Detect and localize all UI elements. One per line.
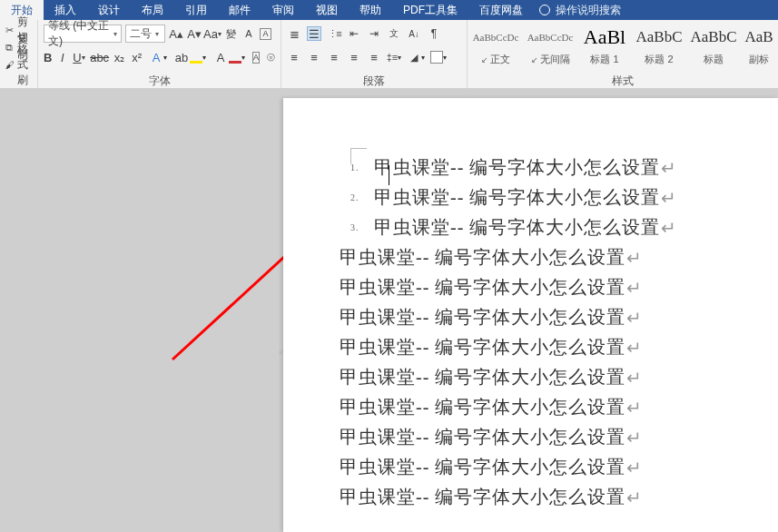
show-hide-marks-button[interactable] xyxy=(427,26,441,41)
style-preview: AaB xyxy=(745,25,773,49)
list-text: 甲虫课堂-- 编号字体大小怎么设置 xyxy=(374,185,660,210)
line-text: 甲虫课堂-- 编号字体大小怎么设置 xyxy=(340,275,625,300)
style-normal[interactable]: AaBbCcDc ↙正文 xyxy=(473,25,518,66)
tab-references[interactable]: 引用 xyxy=(174,0,218,20)
character-border-button[interactable]: ⦾ xyxy=(267,50,275,64)
return-mark-icon: ↵ xyxy=(626,487,643,508)
font-name-combo[interactable]: 等线 (中文正文)▾ xyxy=(44,25,122,43)
tab-review[interactable]: 审阅 xyxy=(261,0,305,20)
multilevel-list-button[interactable] xyxy=(327,26,341,41)
paragraph-line[interactable]: 甲虫课堂-- 编号字体大小怎么设置↵ xyxy=(340,242,778,272)
font-size-combo[interactable]: 二号▾ xyxy=(125,25,165,43)
highlight-color-button[interactable]: ab▾ xyxy=(174,50,206,64)
strikethrough-button[interactable]: abc xyxy=(93,50,107,64)
style-no-spacing[interactable]: AaBbCcDc ↙无间隔 xyxy=(527,25,573,66)
italic-button[interactable]: I xyxy=(59,50,65,64)
tell-me-search[interactable]: 操作说明搜索 xyxy=(539,3,621,18)
align-left-button[interactable] xyxy=(287,50,301,64)
brush-icon xyxy=(5,58,15,71)
paragraph-line[interactable]: 甲虫课堂-- 编号字体大小怎么设置↵ xyxy=(340,482,778,512)
return-mark-icon: ↵ xyxy=(661,187,677,209)
line-text: 甲虫课堂-- 编号字体大小怎么设置 xyxy=(340,485,625,509)
clear-formatting-button[interactable]: A xyxy=(241,26,256,41)
format-painter-button[interactable]: 格式刷 xyxy=(5,56,32,73)
style-name: 标题 1 xyxy=(582,53,627,66)
style-preview: AaBbC xyxy=(636,25,682,49)
character-shading-button[interactable]: A xyxy=(252,52,260,64)
enclose-characters-button[interactable]: A xyxy=(260,28,271,40)
line-text: 甲虫课堂-- 编号字体大小怎么设置 xyxy=(340,365,625,389)
bullets-button[interactable] xyxy=(287,26,301,41)
list-number: 3. xyxy=(350,222,359,232)
style-heading2[interactable]: AaBbC 标题 2 xyxy=(636,25,682,66)
tab-baidu-netdisk[interactable]: 百度网盘 xyxy=(468,0,534,20)
numbering-button[interactable] xyxy=(307,26,321,41)
style-preview: AaBbCcDc xyxy=(527,25,573,49)
tab-insert[interactable]: 插入 xyxy=(44,0,87,20)
tab-view[interactable]: 视图 xyxy=(305,0,349,20)
borders-button[interactable]: ▾ xyxy=(430,51,447,64)
list-number: 1. xyxy=(350,163,359,172)
return-mark-icon: ↵ xyxy=(661,217,677,239)
style-heading1[interactable]: AaBl 标题 1 xyxy=(582,25,627,66)
return-mark-icon: ↵ xyxy=(626,367,643,389)
align-distributed-button[interactable] xyxy=(367,50,381,64)
phonetic-guide-button[interactable]: 變 xyxy=(223,26,238,41)
shrink-font-button[interactable]: A▾ xyxy=(187,26,202,41)
lightbulb-icon xyxy=(539,5,550,15)
scissors-icon xyxy=(5,24,15,36)
return-mark-icon: ↵ xyxy=(626,427,643,448)
superscript-button[interactable]: x² xyxy=(132,50,142,64)
paragraph-line[interactable]: 甲虫课堂-- 编号字体大小怎么设置↵ xyxy=(340,392,778,422)
sort-button[interactable] xyxy=(407,26,421,41)
tell-me-label: 操作说明搜索 xyxy=(556,3,621,18)
list-item[interactable]: 1. 甲虫课堂-- 编号字体大小怎么设置↵ xyxy=(350,153,778,182)
group-clipboard: 剪切 复制 格式刷 xyxy=(0,20,38,88)
return-mark-icon: ↵ xyxy=(626,457,643,478)
line-text: 甲虫课堂-- 编号字体大小怎么设置 xyxy=(340,395,625,419)
align-right-button[interactable] xyxy=(327,50,341,64)
tab-pdf-tools[interactable]: PDF工具集 xyxy=(392,0,468,20)
paragraph-line[interactable]: 甲虫课堂-- 编号字体大小怎么设置↵ xyxy=(340,302,778,332)
increase-indent-button[interactable] xyxy=(367,26,381,41)
text-effects-button[interactable]: A▾ xyxy=(149,50,167,64)
style-preview: AaBbC xyxy=(691,25,736,49)
line-text: 甲虫课堂-- 编号字体大小怎么设置 xyxy=(340,305,625,330)
paragraph-line[interactable]: 甲虫课堂-- 编号字体大小怎么设置↵ xyxy=(340,332,778,362)
paragraph-line[interactable]: 甲虫课堂-- 编号字体大小怎么设置↵ xyxy=(340,452,778,482)
tab-mailings[interactable]: 邮件 xyxy=(218,0,261,20)
style-preview: AaBl xyxy=(582,25,627,49)
style-title[interactable]: AaBbC 标题 xyxy=(691,25,736,66)
font-group-label: 字体 xyxy=(44,74,275,88)
paragraph-line[interactable]: 甲虫课堂-- 编号字体大小怎么设置↵ xyxy=(340,422,778,452)
line-text: 甲虫课堂-- 编号字体大小怎么设置 xyxy=(340,335,625,360)
font-color-button[interactable]: A▾ xyxy=(213,50,245,64)
list-item[interactable]: 3. 甲虫课堂-- 编号字体大小怎么设置↵ xyxy=(350,212,778,242)
bold-button[interactable]: B xyxy=(44,50,52,64)
subscript-button[interactable]: x₂ xyxy=(114,50,125,64)
paragraph-line[interactable]: 甲虫课堂-- 编号字体大小怎么设置↵ xyxy=(340,272,778,302)
group-paragraph: 文 ‡≡▾ ◢▾ ▾ 段落 xyxy=(281,20,468,88)
style-subtitle[interactable]: AaB 副标 xyxy=(745,25,773,66)
tab-layout[interactable]: 布局 xyxy=(131,0,174,20)
change-case-button[interactable]: Aa▾ xyxy=(205,26,220,41)
line-spacing-button[interactable]: ‡≡▾ xyxy=(387,50,401,64)
check-icon: ↙ xyxy=(531,55,538,64)
check-icon: ↙ xyxy=(481,55,488,64)
align-justify-button[interactable] xyxy=(347,50,361,64)
underline-button[interactable]: U▾ xyxy=(73,50,84,64)
asian-layout-button[interactable]: 文 xyxy=(387,26,401,41)
paragraph-line[interactable]: 甲虫课堂-- 编号字体大小怎么设置↵ xyxy=(340,362,778,392)
align-center-button[interactable] xyxy=(307,50,321,64)
shading-button[interactable]: ◢▾ xyxy=(407,50,425,64)
list-item[interactable]: 2. 甲虫课堂-- 编号字体大小怎么设置↵ xyxy=(350,182,778,212)
grow-font-button[interactable]: A▴ xyxy=(169,26,183,41)
style-name: 标题 2 xyxy=(636,53,682,66)
list-number: 2. xyxy=(350,192,359,202)
document-page[interactable]: 1. 甲虫课堂-- 编号字体大小怎么设置↵ 2. 甲虫课堂-- 编号字体大小怎么… xyxy=(283,98,778,532)
tab-design[interactable]: 设计 xyxy=(87,0,131,20)
style-name: 无间隔 xyxy=(540,54,570,64)
border-icon xyxy=(430,51,443,64)
tab-help[interactable]: 帮助 xyxy=(349,0,392,20)
decrease-indent-button[interactable] xyxy=(347,26,361,41)
